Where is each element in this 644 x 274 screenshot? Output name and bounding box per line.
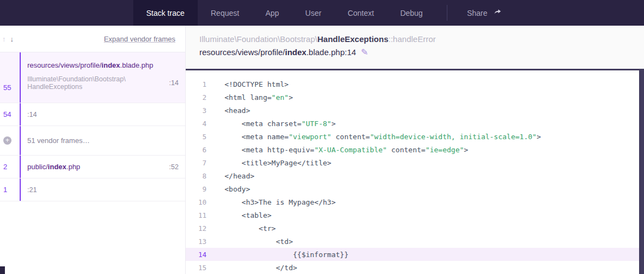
page-background-right-edge bbox=[639, 69, 644, 274]
frame-line-number: :52 bbox=[169, 163, 179, 171]
code-line-text: <!DOCTYPE html> bbox=[206, 80, 288, 88]
code-line: 15 </td> bbox=[186, 261, 644, 274]
line-number: 11 bbox=[186, 211, 206, 219]
stack-frame-row[interactable]: 55 resources/views/profile/index.blade.p… bbox=[0, 52, 185, 103]
top-navigation: Stack traceRequestAppUserContextDebug Sh… bbox=[0, 0, 644, 26]
code-line-text: <html lang="en"> bbox=[206, 93, 293, 102]
line-number: 4 bbox=[186, 120, 206, 128]
frame-file-path: resources/views/profile/index.blade.php bbox=[27, 61, 179, 69]
previous-frame-arrow-icon[interactable]: ↑ bbox=[1, 35, 7, 43]
line-number: 7 bbox=[186, 159, 206, 167]
frame-file-location: resources/views/profile/index.blade.php:… bbox=[199, 47, 644, 57]
frame-detail-panel: Illuminate\Foundation\Bootstrap\HandleEx… bbox=[186, 26, 644, 274]
code-line-text: <body> bbox=[206, 185, 250, 193]
line-number: 12 bbox=[186, 224, 206, 233]
stack-frame-row[interactable]: 1 :21 bbox=[0, 178, 185, 201]
frame-index: 55 bbox=[3, 84, 11, 92]
code-line-text: <meta name="viewport" content="width=dev… bbox=[206, 133, 541, 141]
code-viewer: 1<!DOCTYPE html>2<html lang="en">3<head>… bbox=[186, 69, 644, 274]
frame-index: 1 bbox=[3, 186, 7, 194]
code-line-text: <tr> bbox=[206, 224, 276, 233]
line-number: 15 bbox=[186, 264, 206, 272]
vendor-frames-label: 51 vendor frames… bbox=[27, 136, 90, 145]
frame-index: 2 bbox=[3, 163, 7, 171]
expand-plus-icon[interactable]: + bbox=[3, 136, 11, 145]
frame-line-number: :14 bbox=[169, 79, 179, 87]
code-line: 10 <h3>The is Mypage</h3> bbox=[186, 195, 644, 209]
code-line: 2<html lang="en"> bbox=[186, 91, 644, 104]
content-area: ↑ ↓ Expand vendor frames 55 resources/vi… bbox=[0, 26, 644, 274]
frame-class-method: Illuminate\Foundation\Bootstrap\ HandleE… bbox=[27, 75, 126, 91]
line-number: 14 bbox=[186, 251, 206, 259]
frame-index-gutter: 2 bbox=[0, 156, 20, 178]
code-line-text: <meta charset="UTF-8"> bbox=[206, 120, 336, 128]
code-line-text: </head> bbox=[206, 172, 255, 180]
share-button[interactable]: Share bbox=[458, 0, 511, 26]
code-line-text: <table> bbox=[206, 211, 271, 219]
frame-index-gutter: 1 bbox=[0, 178, 20, 201]
tab-debug[interactable]: Debug bbox=[387, 0, 436, 26]
frame-index-gutter: + bbox=[0, 126, 20, 155]
code-line: 1<!DOCTYPE html> bbox=[186, 78, 644, 91]
code-line: 8</head> bbox=[186, 169, 644, 182]
code-line-text: <td> bbox=[206, 237, 293, 246]
frame-navigation: ↑ ↓ bbox=[1, 35, 15, 43]
stack-frame-row[interactable]: 54 :14 bbox=[0, 103, 185, 126]
line-number: 3 bbox=[186, 106, 206, 115]
file-path-text: resources/views/profile/index.blade.php:… bbox=[199, 47, 356, 57]
line-number: 5 bbox=[186, 133, 206, 141]
nav-divider bbox=[447, 5, 447, 21]
vendor-frames-toggle[interactable]: + 51 vendor frames… bbox=[0, 126, 185, 156]
line-number: 8 bbox=[186, 172, 206, 180]
line-number: 9 bbox=[186, 185, 206, 193]
frame-detail-header: Illuminate\Foundation\Bootstrap\HandleEx… bbox=[186, 26, 644, 69]
code-line: 5 <meta name="viewport" content="width=d… bbox=[186, 130, 644, 143]
code-line: 12 <tr> bbox=[186, 222, 644, 235]
edit-in-editor-pencil-icon[interactable]: ✎ bbox=[361, 48, 368, 57]
line-number: 6 bbox=[186, 146, 206, 154]
line-number: 1 bbox=[186, 80, 206, 88]
tab-app[interactable]: App bbox=[252, 0, 292, 26]
code-line: 9<body> bbox=[186, 182, 644, 195]
code-line: 14 {{$informat}} bbox=[186, 248, 644, 261]
code-line: 13 <td> bbox=[186, 235, 644, 248]
code-line: 3<head> bbox=[186, 104, 644, 117]
tab-context[interactable]: Context bbox=[334, 0, 387, 26]
tab-bar: Stack traceRequestAppUserContextDebug bbox=[133, 0, 436, 26]
frame-index-gutter: 55 bbox=[0, 52, 20, 103]
line-number: 2 bbox=[186, 93, 206, 102]
code-line-text: <head> bbox=[206, 106, 250, 115]
code-line-text: <h3>The is Mypage</h3> bbox=[206, 198, 336, 206]
line-number: 13 bbox=[186, 237, 206, 246]
frame-line-number: :21 bbox=[27, 186, 37, 194]
code-line: 4 <meta charset="UTF-8"> bbox=[186, 117, 644, 130]
frame-file-path: public/index.php bbox=[27, 163, 80, 171]
code-line: 7 <title>MyPage</title> bbox=[186, 156, 644, 169]
code-line-text: </td> bbox=[206, 264, 297, 272]
code-line-text: {{$informat}} bbox=[206, 251, 348, 259]
stack-frame-row[interactable]: 2 public/index.php :52 bbox=[0, 156, 185, 178]
code-line: 6 <meta http-equiv="X-UA-Compatible" con… bbox=[186, 143, 644, 156]
tab-user[interactable]: User bbox=[292, 0, 335, 26]
code-line-text: <meta http-equiv="X-UA-Compatible" conte… bbox=[206, 146, 468, 154]
sidebar-header: ↑ ↓ Expand vendor frames bbox=[0, 26, 185, 52]
frame-line-number: :14 bbox=[27, 111, 37, 118]
share-button-label: Share bbox=[467, 9, 487, 17]
stack-frame-sidebar: ↑ ↓ Expand vendor frames 55 resources/vi… bbox=[0, 26, 186, 274]
frame-index-gutter: 54 bbox=[0, 103, 20, 126]
code-line: 11 <table> bbox=[186, 209, 644, 222]
frame-fully-qualified-method: Illuminate\Foundation\Bootstrap\HandleEx… bbox=[199, 34, 644, 44]
expand-vendor-frames-link[interactable]: Expand vendor frames bbox=[104, 35, 175, 43]
code-line-text: <title>MyPage</title> bbox=[206, 159, 332, 167]
share-icon bbox=[493, 8, 502, 17]
tab-stack-trace[interactable]: Stack trace bbox=[133, 0, 198, 26]
error-page: Stack traceRequestAppUserContextDebug Sh… bbox=[0, 0, 644, 274]
page-background-corner bbox=[0, 266, 5, 274]
tab-request[interactable]: Request bbox=[198, 0, 252, 26]
next-frame-arrow-icon[interactable]: ↓ bbox=[9, 35, 15, 43]
frame-index: 54 bbox=[3, 110, 11, 118]
line-number: 10 bbox=[186, 198, 206, 206]
